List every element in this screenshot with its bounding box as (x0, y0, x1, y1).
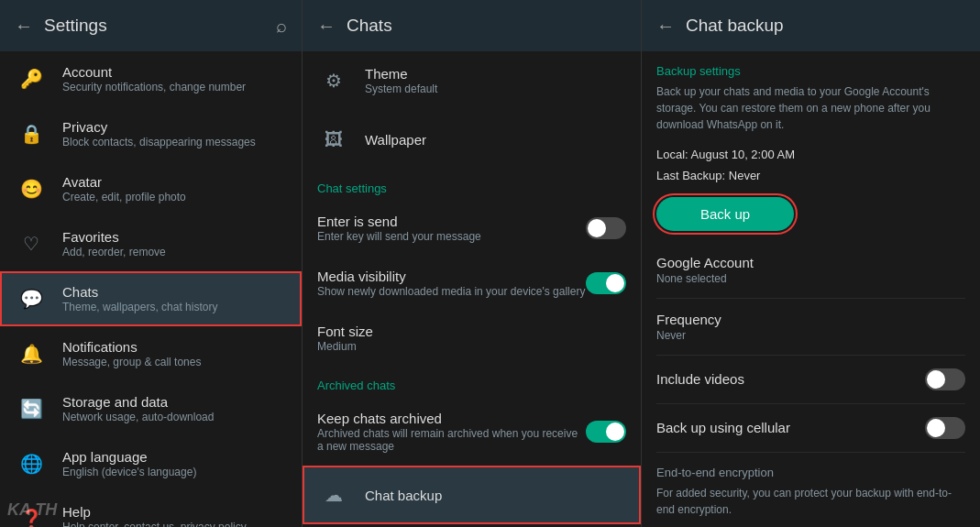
chats-item-title-theme: Theme (365, 66, 437, 82)
settings-item-notifications[interactable]: 🔔 Notifications Message, group & call to… (0, 326, 302, 381)
settings-subtitle-chats: Theme, wallpapers, chat history (62, 301, 217, 313)
chats-item-subtitle-theme: System default (365, 82, 437, 95)
settings-title-language: App language (62, 449, 196, 465)
section-header-archived-chats: Archived chats (303, 366, 641, 398)
chats-item-title-media-visibility: Media visibility (317, 269, 585, 284)
chats-icon-chat-backup: ☁ (317, 478, 350, 511)
backup-panel: ← Chat backup Backup settings Back up yo… (642, 0, 980, 527)
settings-icon-language: 🌐 (15, 447, 48, 480)
backup-button-container: Back up (656, 186, 965, 242)
chats-item-subtitle-font-size: Medium (317, 340, 373, 353)
toggle-switch-media-visibility[interactable] (586, 272, 626, 294)
settings-title-help: Help (62, 504, 247, 520)
toggle-enter-send[interactable] (586, 217, 626, 239)
chats-item-keep-archived[interactable]: Keep chats archived Archived chats will … (303, 398, 641, 466)
toggle-backup-cellular[interactable] (925, 417, 965, 439)
chats-text-theme: Theme System default (365, 66, 437, 95)
chats-panel: ← Chats ⚙ Theme System default 🖼 Wallpap… (303, 0, 642, 527)
settings-subtitle-help: Help center, contact us, privacy policy (62, 521, 247, 527)
backup-rows: Google Account None selected Frequency N… (656, 242, 965, 453)
settings-title-favorites: Favorites (62, 229, 166, 245)
settings-item-language[interactable]: 🌐 App language English (device's languag… (0, 436, 302, 491)
chats-item-title-wallpaper: Wallpaper (365, 132, 426, 148)
last-backup-info: Last Backup: Never (656, 165, 965, 186)
backup-button[interactable]: Back up (656, 197, 794, 231)
section-header-chat-settings: Chat settings (303, 169, 641, 201)
settings-header: ← Settings ⌕ (0, 0, 302, 51)
settings-title-notifications: Notifications (62, 339, 201, 355)
backup-row-include-videos[interactable]: Include videos (656, 356, 965, 404)
settings-subtitle-privacy: Block contacts, disappearing messages (62, 136, 256, 148)
chats-item-font-size[interactable]: Font size Medium (303, 311, 641, 366)
settings-list: 🔑 Account Security notifications, change… (0, 51, 302, 527)
settings-title-privacy: Privacy (62, 119, 256, 135)
toggle-thumb-media-visibility (606, 274, 624, 292)
chats-text-chat-backup: Chat backup (365, 488, 442, 503)
chats-text-font-size: Font size Medium (317, 324, 373, 353)
settings-text-privacy: Privacy Block contacts, disappearing mes… (62, 119, 256, 148)
chats-icon-theme: ⚙ (317, 64, 350, 97)
settings-subtitle-notifications: Message, group & call tones (62, 356, 201, 368)
settings-item-privacy[interactable]: 🔒 Privacy Block contacts, disappearing m… (0, 106, 302, 161)
settings-subtitle-account: Security notifications, change number (62, 81, 246, 93)
backup-settings-title: Backup settings (656, 51, 965, 83)
toggle-media-visibility[interactable] (586, 272, 626, 294)
chats-item-subtitle-keep-archived: Archived chats will remain archived when… (317, 427, 586, 453)
settings-item-favorites[interactable]: ♡ Favorites Add, reorder, remove (0, 216, 302, 271)
settings-subtitle-favorites: Add, reorder, remove (62, 246, 166, 258)
chats-item-enter-send[interactable]: Enter is send Enter key will send your m… (303, 201, 641, 256)
e2e-section-title: End-to-end encryption (656, 466, 965, 479)
settings-subtitle-avatar: Create, edit, profile photo (62, 191, 186, 203)
settings-item-chats[interactable]: 💬 Chats Theme, wallpapers, chat history (0, 271, 302, 326)
settings-search-icon[interactable]: ⌕ (276, 16, 287, 37)
chats-text-media-visibility: Media visibility Show newly downloaded m… (317, 269, 585, 298)
settings-icon-storage: 🔄 (15, 392, 48, 425)
backup-row-subtitle-frequency: Never (656, 329, 965, 342)
settings-item-avatar[interactable]: 😊 Avatar Create, edit, profile photo (0, 161, 302, 216)
chats-header: ← Chats (303, 0, 641, 51)
settings-icon-notifications: 🔔 (15, 337, 48, 370)
chats-icon-wallpaper: 🖼 (317, 123, 350, 156)
chats-item-title-chat-backup: Chat backup (365, 488, 442, 503)
settings-text-chats: Chats Theme, wallpapers, chat history (62, 284, 217, 313)
chats-back-icon[interactable]: ← (317, 16, 336, 37)
settings-text-help: Help Help center, contact us, privacy po… (62, 504, 247, 527)
backup-row-frequency[interactable]: Frequency Never (656, 299, 965, 356)
backup-row-title-frequency: Frequency (656, 312, 965, 327)
toggle-thumb-enter-send (588, 219, 606, 237)
chats-text-keep-archived: Keep chats archived Archived chats will … (317, 411, 586, 453)
chats-item-chat-backup[interactable]: ☁ Chat backup (303, 466, 641, 524)
settings-item-help[interactable]: ❓ Help Help center, contact us, privacy … (0, 491, 302, 527)
backup-row-title-backup-cellular: Back up using cellular (656, 420, 790, 435)
backup-header: ← Chat backup (642, 0, 980, 51)
chats-item-media-visibility[interactable]: Media visibility Show newly downloaded m… (303, 256, 641, 311)
settings-subtitle-language: English (device's language) (62, 466, 196, 478)
toggle-thumb-keep-archived (606, 423, 624, 441)
settings-item-storage[interactable]: 🔄 Storage and data Network usage, auto-d… (0, 381, 302, 436)
chats-item-title-enter-send: Enter is send (317, 214, 481, 229)
settings-item-account[interactable]: 🔑 Account Security notifications, change… (0, 51, 302, 106)
chats-item-subtitle-enter-send: Enter key will send your message (317, 230, 481, 243)
backup-back-icon[interactable]: ← (656, 16, 675, 37)
toggle-include-videos[interactable] (925, 368, 965, 390)
backup-description: Back up your chats and media to your Goo… (656, 83, 965, 144)
backup-row-backup-cellular[interactable]: Back up using cellular (656, 404, 965, 453)
chats-item-wallpaper[interactable]: 🖼 Wallpaper (303, 110, 641, 169)
settings-text-favorites: Favorites Add, reorder, remove (62, 229, 166, 258)
e2e-section: End-to-end encryption For added security… (656, 453, 965, 527)
backup-row-title-google-account: Google Account (656, 255, 965, 270)
toggle-switch-keep-archived[interactable] (586, 421, 626, 443)
backup-row-google-account[interactable]: Google Account None selected (656, 242, 965, 299)
backup-row-subtitle-google-account: None selected (656, 272, 965, 285)
toggle-switch-enter-send[interactable] (586, 217, 626, 239)
settings-title: Settings (44, 16, 276, 36)
chats-item-title-keep-archived: Keep chats archived (317, 411, 586, 426)
settings-text-notifications: Notifications Message, group & call tone… (62, 339, 201, 368)
settings-back-icon[interactable]: ← (15, 16, 33, 37)
settings-subtitle-storage: Network usage, auto-download (62, 411, 214, 423)
backup-content: Backup settings Back up your chats and m… (642, 51, 980, 527)
backup-row-title-include-videos: Include videos (656, 371, 744, 387)
chats-item-theme[interactable]: ⚙ Theme System default (303, 51, 641, 110)
settings-title-account: Account (62, 64, 246, 80)
toggle-keep-archived[interactable] (586, 421, 626, 443)
